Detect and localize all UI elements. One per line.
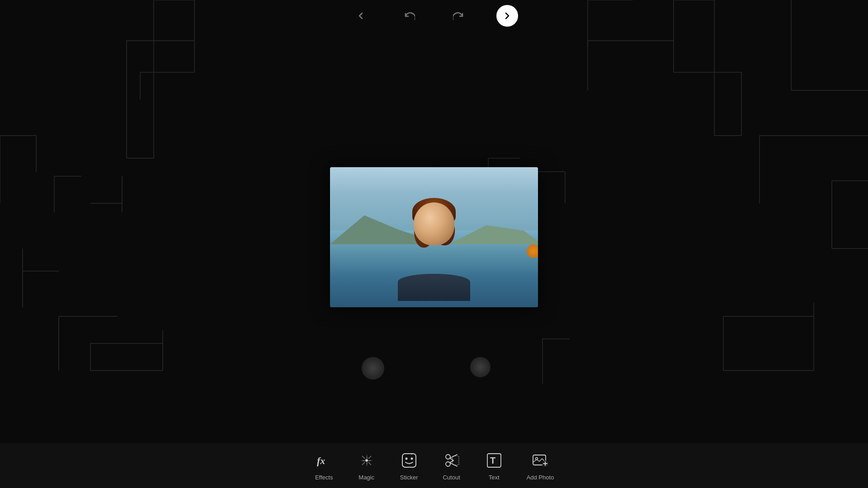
toolbar-items: fx Effects Mag	[314, 450, 554, 481]
text-tool[interactable]: T Text	[484, 450, 504, 481]
cutout-icon	[442, 450, 462, 470]
sticker-label: Sticker	[400, 474, 418, 481]
effects-label: Effects	[315, 474, 333, 481]
photo-content	[330, 167, 538, 307]
svg-point-55	[410, 457, 413, 460]
top-nav	[0, 0, 868, 32]
sticker-tool[interactable]: Sticker	[399, 450, 419, 481]
magic-icon	[357, 450, 377, 470]
undo-button[interactable]	[399, 5, 420, 27]
photo-person	[389, 202, 479, 308]
svg-line-58	[450, 455, 457, 458]
svg-rect-53	[402, 454, 416, 467]
bottom-toolbar: fx Effects Mag	[0, 443, 868, 488]
svg-line-61	[450, 460, 453, 463]
photo-canvas[interactable]	[330, 167, 538, 307]
canvas-area	[0, 32, 868, 443]
person-head	[414, 202, 454, 245]
cutout-tool[interactable]: Cutout	[442, 450, 462, 481]
text-icon: T	[484, 450, 504, 470]
svg-point-52	[365, 459, 368, 462]
sticker-icon	[399, 450, 419, 470]
back-button[interactable]	[350, 5, 372, 27]
cutout-label: Cutout	[443, 474, 460, 481]
svg-text:fx: fx	[317, 455, 325, 466]
redo-button[interactable]	[448, 5, 469, 27]
add-photo-label: Add Photo	[527, 474, 554, 481]
magic-tool[interactable]: Magic	[357, 450, 377, 481]
orange-element	[527, 244, 538, 258]
forward-button[interactable]	[496, 5, 518, 27]
magic-label: Magic	[359, 474, 374, 481]
person-body	[398, 274, 470, 301]
svg-line-60	[450, 458, 453, 460]
add-photo-tool[interactable]: Add Photo	[527, 450, 554, 481]
svg-text:T: T	[490, 455, 495, 465]
text-label: Text	[489, 474, 500, 481]
add-photo-icon	[530, 450, 550, 470]
svg-line-59	[450, 463, 457, 466]
svg-point-54	[405, 457, 407, 460]
effects-tool[interactable]: fx Effects	[314, 450, 334, 481]
canvas-circle-left	[362, 357, 384, 380]
canvas-circle-right	[470, 357, 491, 377]
effects-icon: fx	[314, 450, 334, 470]
